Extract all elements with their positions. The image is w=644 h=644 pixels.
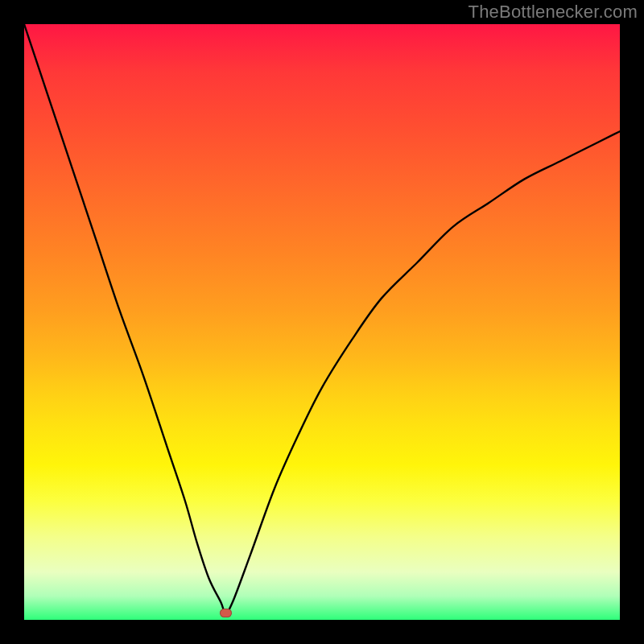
optimal-point-marker — [220, 609, 232, 617]
chart-frame: TheBottlenecker.com — [0, 0, 644, 644]
attribution-text: TheBottlenecker.com — [469, 2, 638, 23]
plot-area — [24, 24, 620, 620]
curve-path — [24, 24, 620, 613]
bottleneck-curve — [24, 24, 620, 620]
